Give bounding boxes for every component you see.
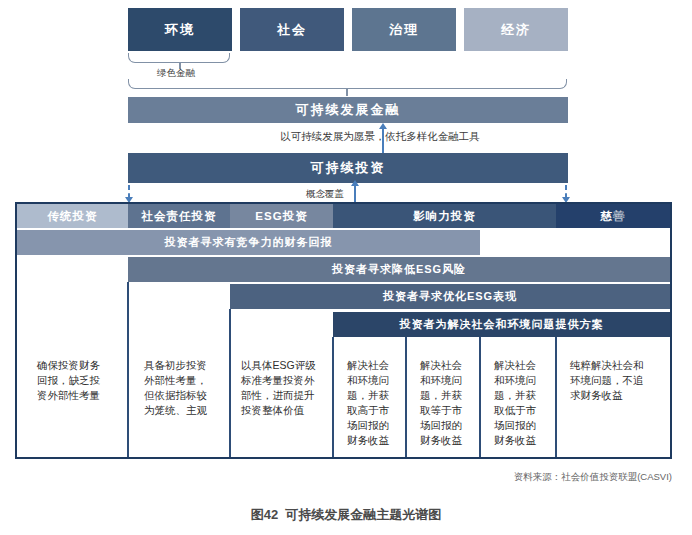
all-boxes-bracket-tick (346, 88, 348, 96)
goal-bar-reduce-esg-risk: 投资者寻求降低ESG风险 (128, 257, 670, 282)
figure-42-spectrum-diagram: 环境 社会 治理 经济 绿色金融 可持续发展金融 以可持续发展为愿景，依托多样化… (0, 0, 692, 535)
esg-box-economy: 经济 (464, 8, 568, 51)
column-header-social-responsibility-investment: 社会责任投资 (128, 204, 230, 228)
description-esg: 以具体ESG评级标准考量投资外部性，进而提升投资整体价值 (241, 358, 321, 418)
figure-caption: 图42 可持续发展金融主题光谱图 (0, 506, 692, 524)
esg-box-social: 社会 (240, 8, 344, 51)
description-traditional: 确保投资财务回报，缺乏投资外部性考量 (37, 358, 107, 403)
up-arrow-head-2 (351, 180, 359, 186)
up-arrow-line-2 (354, 185, 356, 202)
cell-divider-4 (405, 337, 407, 457)
source-note: 资料来源：社会价值投资联盟(CASVI) (514, 471, 672, 484)
description-impact-below-market: 解决社会和环境问题，并获取低于市场回报的财务收益 (494, 358, 542, 448)
column-header-impact-investment: 影响力投资 (333, 204, 556, 228)
column-header-esg-investment: ESG投资 (230, 204, 333, 228)
description-philanthropy: 纯粹解决社会和环境问题，不追求财务收益 (570, 358, 652, 403)
column-header-philanthropy: 慈善 (556, 204, 670, 228)
esg-box-governance: 治理 (352, 8, 456, 51)
description-impact-equal-market: 解决社会和环境问题，并获取等于市场回报的财务收益 (420, 358, 468, 448)
concept-coverage-note: 概念覆盖 (290, 188, 360, 201)
cell-divider-3 (332, 337, 334, 457)
cell-divider-6 (555, 337, 557, 457)
spectrum-table: 传统投资 社会责任投资 ESG投资 影响力投资 慈善 投资者寻求有竞争力的财务回… (15, 202, 672, 459)
up-arrow-head-1 (379, 123, 387, 129)
goal-bar-competitive-returns: 投资者寻求有竞争力的财务回报 (17, 230, 480, 255)
sustainable-finance-bar: 可持续发展金融 (128, 97, 568, 123)
cell-divider-2 (229, 309, 231, 457)
esg-box-environment: 环境 (128, 8, 232, 51)
sustainable-finance-note: 以可持续发展为愿景，依托多样化金融工具 (160, 130, 600, 144)
goal-bar-solve-social-environmental-problems: 投资者为解决社会和环境问题提供方案 (333, 312, 670, 337)
goal-bar-optimize-esg-performance: 投资者寻求优化ESG表现 (230, 284, 670, 309)
description-impact-above-market: 解决社会和环境问题，并获取高于市场回报的财务收益 (347, 358, 395, 448)
sustainable-investment-bar: 可持续投资 (128, 153, 568, 183)
cell-divider-1 (127, 282, 129, 457)
description-social-responsibility: 具备初步投资外部性考量，但依据指标较为笼统、主观 (144, 358, 216, 418)
cell-divider-5 (479, 337, 481, 457)
column-header-traditional-investment: 传统投资 (17, 204, 128, 228)
